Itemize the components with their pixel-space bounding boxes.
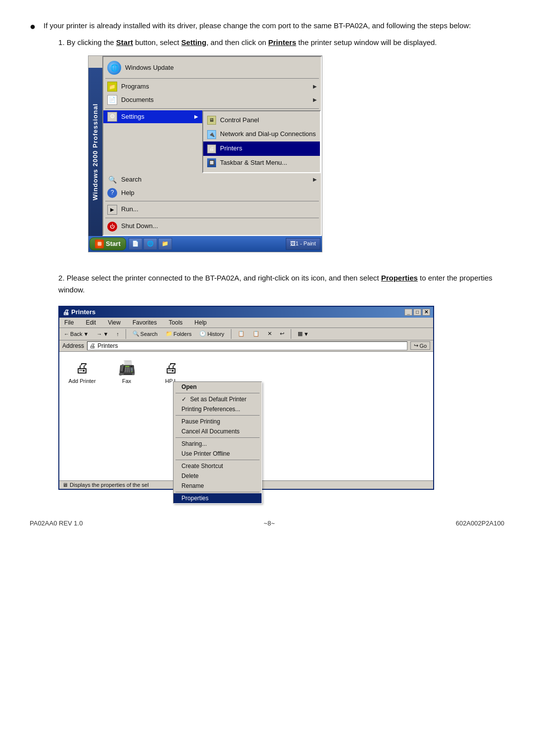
taskbar-btn2-icon: 🌐 (147, 239, 154, 248)
step1-text2: button, select (133, 38, 181, 47)
start-icon: ⊞ (95, 239, 104, 248)
step-2: 2. Please select the printer connected t… (58, 272, 504, 296)
settings-arrow: ▶ (194, 113, 198, 121)
fax-item[interactable]: 📠 Fax (112, 360, 141, 384)
shutdown-label: Shut Down... (121, 221, 158, 232)
step1-bold1: Start (116, 38, 133, 47)
start-menu-area: Windows 2000 Professional 🌐 Windows Upda… (89, 56, 322, 236)
settings-item[interactable]: ⚙ Settings ▶ (103, 110, 202, 124)
go-arrow-icon: ↪ (414, 342, 418, 349)
add-printer-icon: 🖨 (75, 360, 89, 376)
window-content: 🖨 Add Printer 📠 Fax 🖨 HP L (59, 352, 433, 480)
toolbar-views[interactable]: ▦ ▼ (295, 330, 312, 338)
window-menubar: File Edit View Favorites Tools Help (59, 318, 433, 328)
programs-item[interactable]: 📁 Programs ▶ (103, 80, 321, 94)
menu-help[interactable]: Help (192, 319, 209, 327)
footer-center: ~8~ (264, 520, 274, 527)
windows-update-label: Windows Update (125, 63, 174, 73)
menu-view[interactable]: View (106, 319, 123, 327)
search-arrow: ▶ (313, 176, 317, 184)
close-button[interactable]: ✕ (422, 309, 430, 316)
windows-update-item[interactable]: 🌐 Windows Update (103, 59, 321, 77)
paste-icon: 📋 (253, 331, 260, 337)
menu-separator-2 (105, 108, 319, 109)
start-button[interactable]: ⊞ Start (89, 237, 126, 251)
window-titlebar: 🖨 Printers _ □ ✕ (59, 307, 433, 318)
taskbar-btn-1[interactable]: 📄 (129, 238, 142, 250)
control-panel-item[interactable]: 🖥 Control Panel (203, 113, 320, 128)
menu-tools[interactable]: Tools (167, 319, 184, 327)
window-controls: _ □ ✕ (404, 309, 430, 316)
printers-title-icon: 🖨 (62, 308, 69, 316)
taskbar-btn-2[interactable]: 🌐 (143, 238, 157, 250)
taskbar-btn1-icon: 📄 (132, 239, 139, 248)
folders-label: Folders (174, 331, 192, 337)
folders-icon: 📁 (166, 331, 173, 337)
menu-file[interactable]: File (62, 319, 76, 327)
back-button[interactable]: ← Back ▼ (61, 330, 91, 338)
back-dropdown-icon: ▼ (84, 331, 89, 337)
documents-label: Documents (121, 95, 154, 105)
ctx-set-default[interactable]: ✓ Set as Default Printer (174, 394, 262, 404)
toolbar-undo[interactable]: ↩ (277, 330, 287, 338)
shutdown-item[interactable]: ⏻ Shut Down... (103, 220, 321, 233)
step1-text4: the printer setup window will be display… (296, 38, 437, 47)
history-icon: 🕐 (199, 331, 206, 337)
step2-bold: Properties (381, 274, 418, 282)
documents-icon: 📄 (107, 95, 117, 105)
ctx-cancel-docs[interactable]: Cancel All Documents (174, 426, 262, 436)
window-toolbar: ← Back ▼ → ▼ ↑ 🔍 (59, 328, 433, 340)
settings-container: ⚙ Settings ▶ 🖥 Control Panel (103, 110, 321, 173)
ctx-sharing[interactable]: Sharing... (174, 439, 262, 449)
network-label: Network and Dial-up Connections (220, 129, 316, 140)
ctx-rename[interactable]: Rename (174, 481, 262, 491)
globe-icon: 🌐 (107, 61, 121, 75)
ctx-shortcut[interactable]: Create Shortcut (174, 461, 262, 471)
forward-button[interactable]: → ▼ (94, 330, 111, 338)
maximize-button[interactable]: □ (413, 309, 421, 316)
up-button[interactable]: ↑ (114, 330, 122, 338)
documents-item[interactable]: 📄 Documents ▶ (103, 94, 321, 107)
ctx-offline[interactable]: Use Printer Offline (174, 449, 262, 459)
taskbar-item[interactable]: 🔲 Taskbar & Start Menu... (203, 156, 320, 170)
minimize-button[interactable]: _ (404, 309, 412, 316)
titlebar-left: 🖨 Printers (62, 308, 95, 316)
step1-bold3: Printers (268, 38, 297, 47)
network-item[interactable]: 🔌 Network and Dial-up Connections (203, 127, 320, 142)
search-icon: 🔍 (107, 175, 117, 185)
ctx-delete[interactable]: Delete (174, 471, 262, 481)
step-1: 1. By clicking the Start button, select … (58, 37, 504, 260)
ctx-sep-4 (176, 460, 260, 460)
history-button[interactable]: 🕐 History (197, 330, 226, 338)
taskbar-btn-3[interactable]: 📁 (158, 238, 172, 250)
hp-printer-item[interactable]: 🖨 HP L (156, 360, 186, 384)
printer-icons-row: 🖨 Add Printer 📠 Fax 🖨 HP L (67, 360, 425, 384)
address-input[interactable]: 🖨 Printers (87, 341, 407, 350)
ctx-sep-5 (176, 492, 260, 492)
search-label: Search (121, 175, 141, 185)
toolbar-copy[interactable]: 📋 (235, 330, 247, 338)
taskbar-app-paint[interactable]: 🖼 1 - Paint (286, 238, 320, 250)
printers-window: 🖨 Printers _ □ ✕ File Edit View (58, 306, 434, 490)
ctx-printing-prefs[interactable]: Printing Preferences... (174, 404, 262, 414)
search-item[interactable]: 🔍 Search ▶ (103, 173, 321, 187)
statusbar-text: Displays the properties of the sel (70, 482, 149, 488)
go-button[interactable]: ↪ Go (410, 341, 430, 350)
add-printer-item[interactable]: 🖨 Add Printer (67, 360, 97, 384)
folders-button[interactable]: 📁 Folders (163, 330, 194, 338)
printers-submenu-item[interactable]: 🖨 Printers (203, 142, 320, 156)
toolbar-delete[interactable]: ✕ (265, 330, 274, 338)
address-icon: 🖨 (89, 342, 95, 349)
views-dropdown: ▼ (304, 331, 309, 337)
history-label: History (207, 331, 224, 337)
menu-favorites[interactable]: Favorites (131, 319, 159, 327)
search-toolbar-button[interactable]: 🔍 Search (130, 330, 160, 338)
help-item[interactable]: ? Help (103, 187, 321, 200)
ctx-pause[interactable]: Pause Printing (174, 417, 262, 426)
menu-edit[interactable]: Edit (84, 319, 98, 327)
run-item[interactable]: ▶ Run... (103, 203, 321, 216)
ctx-properties[interactable]: Properties (174, 493, 262, 503)
toolbar-paste[interactable]: 📋 (250, 330, 262, 338)
ctx-open[interactable]: Open (174, 382, 262, 392)
toolbar-sep-1 (126, 329, 126, 339)
